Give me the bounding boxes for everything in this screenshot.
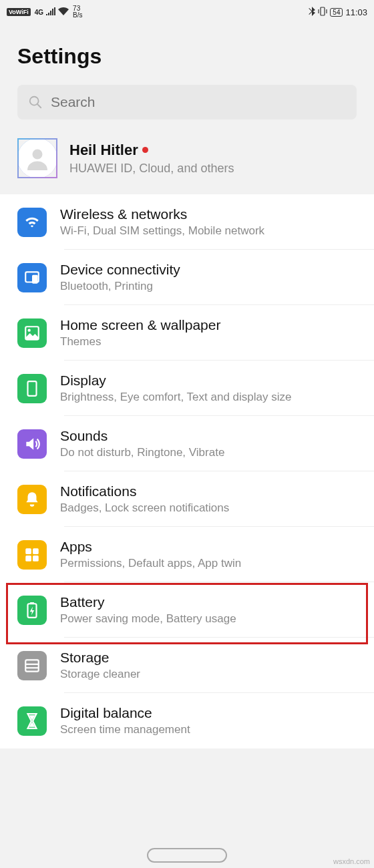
wifi-icon <box>58 7 69 17</box>
svg-rect-5 <box>32 274 38 283</box>
svg-rect-9 <box>25 548 31 554</box>
item-subtitle: Themes <box>60 335 357 349</box>
item-text: Wireless & networksWi-Fi, Dual SIM setti… <box>60 206 357 238</box>
settings-item-notifications[interactable]: NotificationsBadges, Lock screen notific… <box>0 471 374 527</box>
item-title: Battery <box>60 594 357 610</box>
page-title: Settings <box>0 24 374 85</box>
item-title: Notifications <box>60 483 357 499</box>
data-rate: 73B/s <box>73 5 82 19</box>
item-subtitle: Storage cleaner <box>60 668 357 681</box>
clock: 11:03 <box>345 7 367 17</box>
home-indicator[interactable] <box>147 848 227 863</box>
item-subtitle: Bluetooth, Printing <box>60 280 357 293</box>
notifications-icon <box>17 485 47 514</box>
settings-item-wireless[interactable]: Wireless & networksWi-Fi, Dual SIM setti… <box>0 194 374 250</box>
account-text: Heil Hitler HUAWEI ID, Cloud, and others <box>69 142 357 176</box>
svg-rect-8 <box>28 381 37 396</box>
item-subtitle: Badges, Lock screen notifications <box>60 501 357 515</box>
status-right: 54 11:03 <box>309 7 367 18</box>
vibrate-icon <box>318 7 327 18</box>
settings-list: Wireless & networksWi-Fi, Dual SIM setti… <box>0 194 374 748</box>
svg-rect-11 <box>25 556 31 562</box>
svg-rect-15 <box>25 660 39 671</box>
svg-line-2 <box>37 104 41 108</box>
avatar <box>17 138 57 178</box>
settings-item-battery[interactable]: BatteryPower saving mode, Battery usage <box>0 582 374 638</box>
item-text: StorageStorage cleaner <box>60 650 357 681</box>
item-text: BatteryPower saving mode, Battery usage <box>60 594 357 626</box>
settings-item-home-screen[interactable]: Home screen & wallpaperThemes <box>0 305 374 361</box>
account-name: Heil Hitler <box>69 142 357 159</box>
item-subtitle: Permissions, Default apps, App twin <box>60 557 357 570</box>
item-subtitle: Wi-Fi, Dual SIM settings, Mobile network <box>60 224 357 238</box>
item-title: Device connectivity <box>60 262 357 278</box>
settings-item-digital[interactable]: Digital balanceScreen time management <box>0 693 374 748</box>
item-text: NotificationsBadges, Lock screen notific… <box>60 483 357 515</box>
status-bar: VoWiFi 4G 73B/s 54 11:03 <box>0 0 374 24</box>
svg-rect-0 <box>321 7 325 15</box>
item-subtitle: Screen time management <box>60 723 357 736</box>
item-text: Digital balanceScreen time management <box>60 705 357 736</box>
sounds-icon <box>17 429 47 459</box>
item-title: Wireless & networks <box>60 206 357 222</box>
settings-item-display[interactable]: DisplayBrightness, Eye comfort, Text and… <box>0 361 374 416</box>
item-text: AppsPermissions, Default apps, App twin <box>60 539 357 570</box>
search-icon <box>28 95 43 110</box>
item-title: Sounds <box>60 428 357 444</box>
battery-indicator: 54 <box>330 8 343 17</box>
digital-icon <box>17 706 47 736</box>
svg-point-3 <box>33 150 43 160</box>
notification-dot <box>142 147 148 153</box>
account-row[interactable]: Heil Hitler HUAWEI ID, Cloud, and others <box>17 129 357 188</box>
network-label: 4G <box>35 9 43 16</box>
account-subtitle: HUAWEI ID, Cloud, and others <box>69 162 357 176</box>
item-subtitle: Brightness, Eye comfort, Text and displa… <box>60 391 357 404</box>
item-text: Device connectivityBluetooth, Printing <box>60 262 357 293</box>
item-title: Home screen & wallpaper <box>60 317 357 333</box>
search-container <box>17 85 357 120</box>
svg-rect-10 <box>33 548 39 554</box>
device-conn-icon <box>17 263 47 292</box>
item-title: Digital balance <box>60 705 357 721</box>
settings-item-device-conn[interactable]: Device connectivityBluetooth, Printing <box>0 250 374 305</box>
svg-rect-14 <box>30 602 35 604</box>
status-left: VoWiFi 4G 73B/s <box>7 5 83 19</box>
avatar-placeholder-icon <box>25 146 49 170</box>
item-title: Display <box>60 373 357 389</box>
settings-item-storage[interactable]: StorageStorage cleaner <box>0 638 374 693</box>
search-input[interactable] <box>51 94 346 110</box>
signal-icon <box>46 7 55 17</box>
watermark: wsxdn.com <box>333 857 370 865</box>
search-box[interactable] <box>17 85 357 120</box>
vowifi-badge: VoWiFi <box>7 8 31 16</box>
item-subtitle: Power saving mode, Battery usage <box>60 612 357 626</box>
item-text: Home screen & wallpaperThemes <box>60 317 357 349</box>
display-icon <box>17 374 47 403</box>
battery-icon <box>17 596 47 625</box>
bluetooth-icon <box>309 7 315 18</box>
item-text: SoundsDo not disturb, Ringtone, Vibrate <box>60 428 357 459</box>
settings-item-apps[interactable]: AppsPermissions, Default apps, App twin <box>0 527 374 582</box>
storage-icon <box>17 651 47 680</box>
item-text: DisplayBrightness, Eye comfort, Text and… <box>60 373 357 404</box>
item-subtitle: Do not disturb, Ringtone, Vibrate <box>60 446 357 459</box>
svg-rect-12 <box>33 556 39 562</box>
svg-point-7 <box>28 329 31 331</box>
wireless-icon <box>17 208 47 237</box>
settings-item-sounds[interactable]: SoundsDo not disturb, Ringtone, Vibrate <box>0 416 374 471</box>
item-title: Storage <box>60 650 357 666</box>
home-screen-icon <box>17 318 47 348</box>
apps-icon <box>17 540 47 570</box>
item-title: Apps <box>60 539 357 555</box>
